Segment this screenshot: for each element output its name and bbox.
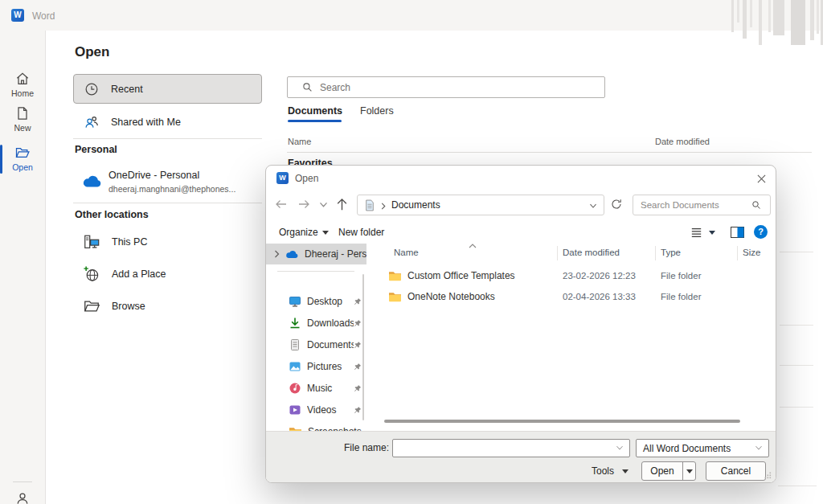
help-icon[interactable]: ? bbox=[754, 225, 768, 239]
preview-pane-button[interactable] bbox=[731, 227, 744, 238]
backstage-search[interactable] bbox=[287, 76, 605, 98]
cancel-button[interactable]: Cancel bbox=[706, 461, 766, 481]
caret-down-icon bbox=[686, 469, 693, 473]
pin-icon bbox=[354, 297, 362, 305]
menu-item-shared[interactable]: Shared with Me bbox=[73, 109, 262, 136]
tree-item-music[interactable]: Music bbox=[266, 377, 366, 399]
resize-grip[interactable] bbox=[764, 472, 772, 479]
tab-active-underline bbox=[288, 120, 342, 122]
file-date: 23-02-2026 12:23 bbox=[563, 265, 636, 286]
tree-expand-chevron-icon[interactable] bbox=[274, 250, 280, 258]
dialog-search-input[interactable] bbox=[641, 200, 751, 210]
rail-item-new[interactable]: New bbox=[0, 105, 45, 133]
onedrive-icon bbox=[81, 174, 102, 188]
sort-ascending-icon bbox=[469, 244, 477, 248]
dialog-close-button[interactable] bbox=[752, 171, 770, 186]
file-type-select[interactable]: All Word Documents bbox=[636, 439, 769, 457]
tree-item-onedrive-root[interactable]: Dheeraj - Person bbox=[266, 244, 366, 264]
nav-forward-button[interactable] bbox=[297, 198, 311, 211]
rail-item-home[interactable]: Home bbox=[0, 71, 45, 98]
chevron-down-icon bbox=[755, 445, 763, 451]
open-file-dialog: W Open bbox=[265, 165, 776, 483]
dialog-footer: File name: All Word Documents Tools bbox=[266, 431, 776, 483]
file-name-combo[interactable] bbox=[392, 439, 630, 457]
folder-icon bbox=[388, 270, 402, 281]
dialog-search-box[interactable] bbox=[633, 195, 771, 215]
menu-item-this-pc[interactable]: This PC bbox=[73, 228, 262, 256]
new-folder-button[interactable]: New folder bbox=[338, 227, 384, 238]
menu-item-browse[interactable]: Browse bbox=[73, 293, 262, 320]
pin-icon bbox=[354, 406, 362, 414]
tab-folders[interactable]: Folders bbox=[360, 105, 394, 117]
dialog-title: Open bbox=[295, 173, 318, 184]
tools-menu-button[interactable]: Tools bbox=[592, 462, 629, 480]
pictures-icon bbox=[289, 360, 301, 373]
dialog-content: Dheeraj - Person Desktop Downloads bbox=[266, 244, 776, 431]
backstage-search-input[interactable] bbox=[320, 82, 604, 93]
tree-item-downloads[interactable]: Downloads bbox=[266, 312, 366, 334]
tree-item-pictures[interactable]: Pictures bbox=[266, 355, 366, 377]
tree-item-videos[interactable]: Videos bbox=[266, 399, 366, 420]
file-type: File folder bbox=[661, 265, 702, 286]
word-backstage-window: W Word Home New bbox=[0, 0, 823, 504]
nav-up-button[interactable] bbox=[335, 197, 349, 211]
up-arrow-icon bbox=[335, 197, 349, 211]
breadcrumb-chevron-icon bbox=[381, 203, 386, 210]
file-name: Custom Office Templates bbox=[407, 265, 515, 286]
horizontal-scrollbar[interactable] bbox=[384, 420, 740, 423]
tab-documents[interactable]: Documents bbox=[288, 105, 342, 117]
caret-down-icon bbox=[322, 231, 329, 235]
this-pc-icon bbox=[83, 233, 100, 251]
caret-down-icon bbox=[622, 469, 629, 473]
new-document-icon bbox=[14, 105, 31, 121]
open-button-label[interactable]: Open bbox=[642, 465, 682, 477]
account-icon bbox=[14, 490, 31, 504]
refresh-button[interactable] bbox=[610, 198, 623, 211]
address-bar[interactable]: Documents bbox=[357, 195, 604, 215]
tree-item-documents[interactable]: Documents bbox=[266, 334, 366, 355]
menu-item-add-place[interactable]: Add a Place bbox=[73, 260, 262, 288]
location-document-icon bbox=[365, 199, 375, 211]
nav-back-button[interactable] bbox=[274, 198, 289, 211]
app-title: Word bbox=[32, 10, 55, 22]
recent-row-divider bbox=[780, 365, 813, 366]
column-header-type[interactable]: Type bbox=[661, 248, 681, 257]
column-separator[interactable] bbox=[737, 246, 738, 260]
add-place-globe-icon bbox=[83, 265, 100, 283]
open-folder-icon bbox=[14, 145, 31, 161]
folder-icon bbox=[388, 291, 402, 302]
tree-scrollbar[interactable] bbox=[362, 274, 364, 420]
column-separator[interactable] bbox=[557, 246, 558, 260]
backstage-col-date: Date modified bbox=[655, 137, 710, 146]
column-header-date[interactable]: Date modified bbox=[563, 248, 620, 257]
backstage-col-name: Name bbox=[288, 137, 311, 146]
home-icon bbox=[14, 71, 31, 87]
view-mode-button[interactable] bbox=[690, 227, 715, 238]
open-dropdown-arrow[interactable] bbox=[683, 469, 695, 473]
open-split-button[interactable]: Open bbox=[641, 461, 696, 481]
list-view-icon bbox=[690, 227, 702, 238]
tree-item-desktop[interactable]: Desktop bbox=[266, 290, 366, 312]
tree-item-screenshots[interactable]: Screenshots bbox=[266, 420, 366, 431]
file-name-input[interactable] bbox=[393, 443, 616, 454]
file-date: 02-04-2026 13:33 bbox=[563, 286, 636, 307]
rail-item-account[interactable]: Account bbox=[0, 490, 45, 504]
file-row[interactable]: OneNote Notebooks 02-04-2026 13:33 File … bbox=[373, 286, 771, 307]
menu-item-onedrive[interactable]: OneDrive - Personal dheeraj.manghnani@th… bbox=[73, 165, 262, 202]
rail-item-open[interactable]: Open bbox=[0, 145, 45, 172]
personal-section-header: Personal bbox=[75, 144, 117, 155]
column-separator[interactable] bbox=[655, 246, 656, 260]
file-row[interactable]: Custom Office Templates 23-02-2026 12:23… bbox=[373, 265, 771, 286]
forward-arrow-icon bbox=[297, 198, 311, 211]
pin-icon bbox=[354, 384, 362, 392]
nav-recent-locations-button[interactable] bbox=[319, 202, 328, 208]
organize-menu-button[interactable]: Organize bbox=[279, 227, 329, 238]
menu-divider bbox=[73, 138, 262, 139]
address-dropdown-chevron-icon[interactable] bbox=[589, 203, 597, 209]
onedrive-title: OneDrive - Personal bbox=[109, 170, 199, 181]
column-header-size[interactable]: Size bbox=[743, 248, 760, 257]
back-arrow-icon bbox=[274, 198, 289, 211]
column-header-name[interactable]: Name bbox=[394, 248, 419, 257]
menu-item-recent[interactable]: Recent bbox=[73, 74, 262, 104]
decorative-bars bbox=[723, 0, 823, 47]
